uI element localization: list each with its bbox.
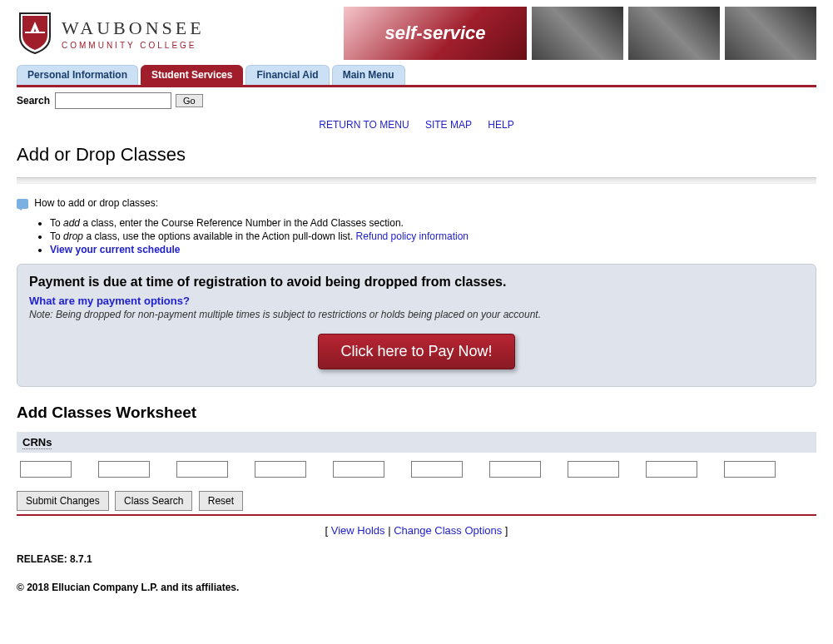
crn-input-3[interactable]: [176, 461, 228, 478]
logo-shield-icon: [17, 12, 53, 55]
tab-personal-information[interactable]: Personal Information: [17, 65, 138, 85]
banner: self-service: [344, 7, 816, 60]
search-row: Search Go: [0, 87, 833, 114]
crn-input-6[interactable]: [411, 461, 463, 478]
tab-main-menu[interactable]: Main Menu: [332, 65, 405, 85]
pay-now-button[interactable]: Click here to Pay Now!: [318, 334, 514, 369]
search-label: Search: [17, 95, 50, 107]
crn-input-1[interactable]: [20, 461, 72, 478]
banner-photo-2: [628, 7, 720, 60]
banner-selfservice: self-service: [344, 7, 527, 60]
bullet-add: To add a class, enter the Course Referen…: [50, 217, 816, 229]
nav-links: RETURN TO MENU SITE MAP HELP: [0, 119, 833, 131]
banner-photo-3: [725, 7, 816, 60]
go-button[interactable]: Go: [176, 94, 203, 107]
return-to-menu-link[interactable]: RETURN TO MENU: [319, 119, 409, 131]
footer-links: [ View Holds | Change Class Options ]: [17, 524, 816, 537]
bullet-schedule: View your current schedule: [50, 244, 816, 255]
crn-header: CRNs: [17, 432, 816, 453]
view-schedule-link[interactable]: View your current schedule: [50, 244, 181, 255]
refund-policy-link[interactable]: Refund policy information: [356, 230, 469, 242]
divider: [17, 177, 816, 184]
bullet-drop: To drop a class, use the options availab…: [50, 230, 816, 242]
crn-input-7[interactable]: [489, 461, 541, 478]
logo-subtitle: COMMUNITY COLLEGE: [62, 41, 205, 50]
worksheet-title: Add Classes Worksheet: [17, 404, 816, 422]
action-buttons: Submit Changes Class Search Reset: [17, 491, 816, 511]
crn-input-10[interactable]: [724, 461, 776, 478]
crn-input-9[interactable]: [646, 461, 697, 478]
class-search-button[interactable]: Class Search: [115, 491, 192, 511]
submit-changes-button[interactable]: Submit Changes: [17, 491, 109, 511]
logo[interactable]: WAUBONSEE COMMUNITY COLLEGE: [17, 12, 205, 55]
info-icon: [17, 199, 28, 209]
tab-bar: Personal InformationStudent ServicesFina…: [17, 65, 816, 87]
header: WAUBONSEE COMMUNITY COLLEGE self-service: [0, 0, 833, 65]
release-label: RELEASE: 8.7.1: [17, 553, 816, 565]
search-input[interactable]: [55, 92, 171, 109]
site-map-link[interactable]: SITE MAP: [425, 119, 472, 131]
reset-button[interactable]: Reset: [199, 491, 243, 511]
help-link[interactable]: HELP: [488, 119, 513, 131]
divider-red: [17, 514, 816, 516]
svg-rect-0: [25, 32, 45, 33]
notice-note: Note: Being dropped for non-payment mult…: [29, 309, 804, 320]
notice-title: Payment is due at time of registration t…: [29, 275, 804, 290]
crn-input-8[interactable]: [568, 461, 619, 478]
crn-input-2[interactable]: [98, 461, 150, 478]
crn-input-4[interactable]: [255, 461, 306, 478]
howto-label: How to add or drop classes:: [34, 197, 158, 209]
info-block: How to add or drop classes: To add a cla…: [17, 197, 816, 255]
copyright: © 2018 Ellucian Company L.P. and its aff…: [17, 582, 816, 593]
change-class-options-link[interactable]: Change Class Options: [394, 524, 502, 537]
tab-financial-aid[interactable]: Financial Aid: [245, 65, 329, 85]
payment-notice: Payment is due at time of registration t…: [17, 264, 816, 387]
logo-title: WAUBONSEE: [62, 17, 205, 39]
banner-photo-1: [532, 7, 623, 60]
view-holds-link[interactable]: View Holds: [331, 524, 385, 537]
page-title: Add or Drop Classes: [17, 144, 816, 166]
payment-options-link[interactable]: What are my payment options?: [29, 295, 190, 307]
tab-student-services[interactable]: Student Services: [141, 65, 243, 85]
crn-input-5[interactable]: [333, 461, 384, 478]
crn-inputs-row: [17, 453, 816, 491]
